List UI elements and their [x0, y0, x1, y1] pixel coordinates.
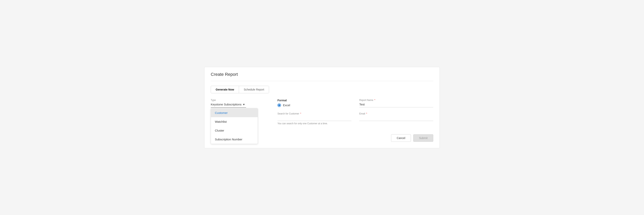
type-value: Keystone Subscriptions	[211, 103, 242, 106]
tab-schedule-report[interactable]: Schedule Report	[239, 86, 269, 93]
dropdown-item-customer[interactable]: Customer	[211, 108, 258, 117]
report-name-required-star: *	[374, 99, 375, 102]
divider	[211, 81, 433, 81]
dropdown-item-subscription-number[interactable]: Subscription Number	[211, 135, 258, 144]
search-customer-input[interactable]	[278, 116, 352, 121]
tab-generate-now[interactable]: Generate Now	[211, 86, 239, 93]
email-input[interactable]	[359, 116, 433, 121]
format-excel-option[interactable]: Excel	[278, 103, 352, 107]
report-name-field-group: Report Name *	[359, 99, 433, 107]
search-customer-label: Search for Customer *	[278, 112, 352, 115]
format-field-group: Format Excel	[278, 99, 352, 107]
search-required-star: *	[300, 112, 301, 115]
tabs-container: Generate Now Schedule Report	[211, 86, 269, 93]
type-dropdown-trigger[interactable]: Keystone Subscriptions ▾	[211, 103, 246, 108]
email-label: Email *	[359, 112, 433, 115]
excel-radio-button[interactable]	[278, 103, 281, 107]
page-title: Create Report	[211, 72, 433, 77]
report-name-input[interactable]	[359, 103, 433, 107]
dropdown-arrow-icon: ▾	[243, 103, 245, 106]
search-customer-hint: You can search for only one Customer at …	[278, 122, 352, 125]
type-dropdown-menu: Customer Watchlist Cluster Subscription …	[211, 108, 258, 144]
cancel-button[interactable]: Cancel	[391, 134, 411, 142]
search-customer-field-group: Search for Customer * You can search for…	[278, 112, 352, 125]
report-name-label: Report Name *	[359, 99, 433, 102]
create-report-dialog: Create Report Generate Now Schedule Repo…	[204, 67, 440, 148]
dropdown-item-cluster[interactable]: Cluster	[211, 126, 258, 135]
type-label: Type	[211, 99, 270, 102]
form-row-1: Type Keystone Subscriptions ▾ Customer W…	[211, 99, 433, 108]
dropdown-item-watchlist[interactable]: Watchlist	[211, 117, 258, 126]
submit-button[interactable]: Submit	[413, 134, 433, 142]
format-label: Format	[278, 99, 352, 102]
email-field-group: Email *	[359, 112, 433, 121]
excel-label: Excel	[283, 103, 290, 107]
type-field-group: Type Keystone Subscriptions ▾ Customer W…	[211, 99, 270, 108]
email-required-star: *	[366, 112, 367, 115]
